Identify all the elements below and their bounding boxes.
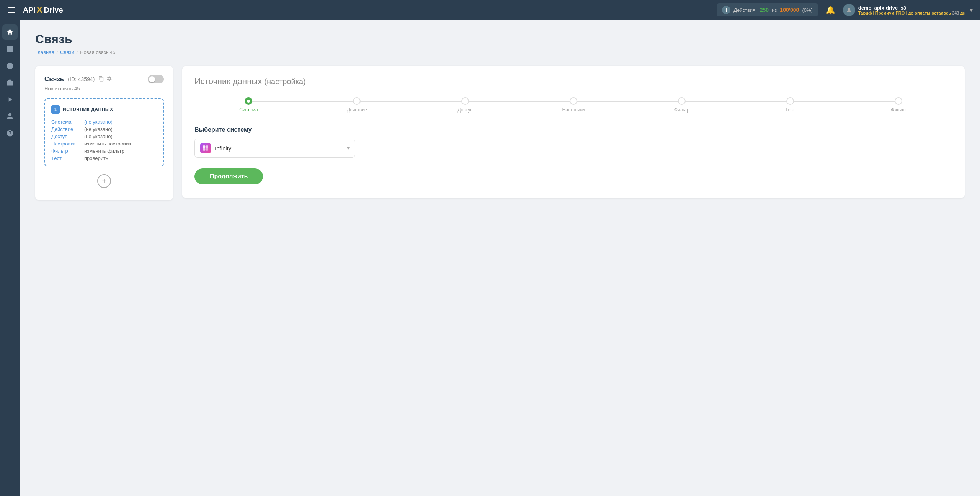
- actions-count: 250: [760, 7, 769, 13]
- step-test: Тест: [736, 97, 844, 113]
- select-system-label: Выберите систему: [194, 126, 952, 133]
- step-filtr: Фильтр: [627, 97, 736, 113]
- breadcrumb-links[interactable]: Связи: [60, 49, 74, 55]
- datasource-rows: Система (не указано) Действие (не указан…: [51, 119, 157, 161]
- ds-key-nastroyki[interactable]: Настройки: [51, 141, 82, 147]
- step-circle-dostup: [461, 97, 469, 105]
- card-id: (ID: 43594): [68, 76, 95, 82]
- ds-val-test: проверить: [84, 155, 108, 161]
- user-info: demo_apix-drive_s3 Тариф | Премиум PRO |…: [858, 5, 965, 15]
- left-card: Связь (ID: 43594) Новая связь 45 1: [35, 66, 173, 200]
- ds-key-test[interactable]: Тест: [51, 155, 82, 161]
- svg-rect-2: [206, 145, 208, 148]
- user-area[interactable]: demo_apix-drive_s3 Тариф | Премиум PRO |…: [843, 4, 974, 16]
- ds-val-filtr: изменить фильтр: [84, 148, 124, 154]
- toggle-switch[interactable]: [148, 75, 164, 83]
- step-sistema: Система: [194, 97, 303, 113]
- step-circle-deystvie: [353, 97, 361, 105]
- main-content: Связь Главная / Связи / Новая связь 45 С…: [20, 20, 980, 496]
- step-label-finish: Финиш: [891, 107, 906, 113]
- user-tariff: Тариф | Премиум PRO | до оплаты осталось…: [858, 11, 965, 15]
- system-select-dropdown[interactable]: Infinity ▾: [194, 139, 355, 158]
- ds-row-dostup: Доступ (не указано): [51, 134, 157, 139]
- breadcrumb-current: Новая связь 45: [80, 49, 115, 55]
- ds-key-sistema[interactable]: Система: [51, 119, 82, 125]
- settings-icon[interactable]: [106, 76, 112, 83]
- plus-btn-wrap: +: [44, 174, 164, 188]
- connection-name: Новая связь 45: [44, 86, 164, 91]
- datasource-box: 1 ИСТОЧНИК ДАННЫХ Система (не указано) Д…: [44, 98, 164, 166]
- ds-key-deystvie[interactable]: Действие: [51, 126, 82, 132]
- hamburger-menu[interactable]: [6, 6, 17, 14]
- system-select-chevron-icon: ▾: [347, 145, 350, 151]
- page-title: Связь: [35, 32, 965, 46]
- ds-val-nastroyki: изменить настройки: [84, 141, 131, 147]
- card-title: Связь: [44, 75, 64, 83]
- actions-total: 100'000: [780, 7, 799, 13]
- continue-button[interactable]: Продолжить: [194, 168, 263, 184]
- steps-bar: Система Действие Доступ Настройки Фильтр: [194, 97, 952, 113]
- bell-button[interactable]: 🔔: [824, 4, 837, 16]
- step-label-dostup: Доступ: [458, 107, 473, 113]
- step-circle-nastroyki: [570, 97, 577, 105]
- sidebar-item-user[interactable]: [2, 109, 18, 124]
- svg-rect-3: [203, 148, 205, 151]
- step-label-test: Тест: [785, 107, 795, 113]
- datasource-label: ИСТОЧНИК ДАННЫХ: [63, 107, 113, 112]
- svg-rect-1: [203, 145, 205, 148]
- system-select-text: Infinity: [215, 145, 343, 152]
- step-circle-finish: [895, 97, 902, 105]
- sidebar-item-briefcase[interactable]: [2, 75, 18, 90]
- info-icon: i: [722, 6, 730, 14]
- step-finish: Финиш: [844, 97, 952, 113]
- logo-api: API: [23, 6, 35, 15]
- copy-icon[interactable]: [98, 76, 104, 83]
- breadcrumb-sep2: /: [77, 49, 78, 55]
- avatar: [843, 4, 855, 16]
- ds-row-test: Тест проверить: [51, 155, 157, 161]
- card-header: Связь (ID: 43594): [44, 75, 164, 83]
- breadcrumb: Главная / Связи / Новая связь 45: [35, 49, 965, 55]
- step-nastroyki: Настройки: [519, 97, 628, 113]
- sidebar-item-home[interactable]: [2, 24, 18, 40]
- ds-val-sistema[interactable]: (не указано): [84, 119, 113, 125]
- step-dostup: Доступ: [411, 97, 519, 113]
- actions-box: i Действия: 250 из 100'000 (0%): [717, 3, 818, 16]
- right-card: Источник данных (настройка) Система Дейс…: [182, 66, 965, 198]
- card-icons: [98, 76, 112, 83]
- step-circle-filtr: [678, 97, 686, 105]
- ds-row-deystvie: Действие (не указано): [51, 126, 157, 132]
- breadcrumb-home[interactable]: Главная: [35, 49, 54, 55]
- right-card-title: Источник данных (настройка): [194, 77, 952, 86]
- actions-separator: из: [772, 7, 777, 13]
- add-block-button[interactable]: +: [97, 174, 111, 188]
- step-circle-sistema: [245, 97, 252, 105]
- ds-key-filtr[interactable]: Фильтр: [51, 148, 82, 154]
- step-label-sistema: Система: [239, 107, 258, 113]
- ds-key-dostup[interactable]: Доступ: [51, 134, 82, 139]
- topnav: API X Drive i Действия: 250 из 100'000 (…: [0, 0, 980, 20]
- ds-row-nastroyki: Настройки изменить настройки: [51, 141, 157, 147]
- logo-drive: Drive: [44, 6, 63, 15]
- sidebar-item-grid[interactable]: [2, 41, 18, 57]
- step-circle-test: [786, 97, 794, 105]
- breadcrumb-sep1: /: [56, 49, 58, 55]
- sidebar-item-play[interactable]: [2, 92, 18, 107]
- actions-percent: (0%): [802, 7, 812, 13]
- sidebar-item-help[interactable]: [2, 126, 18, 141]
- step-label-deystvie: Действие: [347, 107, 367, 113]
- actions-label: Действия:: [733, 7, 757, 13]
- step-deystvie: Действие: [303, 97, 411, 113]
- datasource-header: 1 ИСТОЧНИК ДАННЫХ: [51, 105, 157, 114]
- svg-point-0: [848, 8, 850, 10]
- system-select-wrapper: Infinity ▾: [194, 139, 355, 158]
- ds-val-deystvie: (не указано): [84, 126, 113, 132]
- datasource-num: 1: [51, 105, 60, 114]
- sidebar-item-billing[interactable]: [2, 58, 18, 73]
- step-label-nastroyki: Настройки: [562, 107, 585, 113]
- ds-row-filtr: Фильтр изменить фильтр: [51, 148, 157, 154]
- user-chevron-icon: ▼: [969, 7, 974, 13]
- infinity-icon: [200, 143, 211, 153]
- ds-row-sistema: Система (не указано): [51, 119, 157, 125]
- logo: API X Drive: [23, 5, 63, 15]
